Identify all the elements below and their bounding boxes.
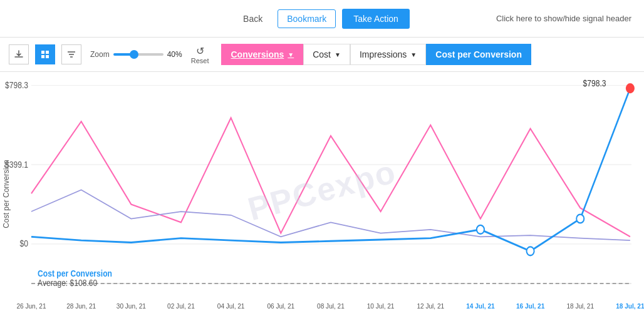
bookmark-button[interactable]: Bookmark — [278, 9, 336, 28]
metric-cost-per-conversion[interactable]: Cost per Conversion — [426, 44, 531, 65]
download-icon[interactable] — [9, 44, 29, 64]
svg-text:10 Jul, 21: 10 Jul, 21 — [367, 302, 395, 310]
svg-text:18 Jul, 21: 18 Jul, 21 — [616, 302, 644, 310]
end-dot — [626, 83, 635, 93]
metric-impressions[interactable]: Impressions ▼ — [350, 44, 426, 65]
datapoint-3 — [576, 215, 584, 223]
svg-text:16 Jul, 21: 16 Jul, 21 — [516, 302, 544, 310]
reset-button[interactable]: ↺ Reset — [191, 45, 209, 64]
chart-inner: $798.3 $399.1 $0 $798.3 Cost per Convers… — [31, 78, 638, 316]
header-center: Back Bookmark Take Action — [234, 9, 410, 29]
svg-rect-0 — [41, 51, 44, 54]
svg-text:$0: $0 — [20, 239, 28, 249]
svg-text:28 Jun, 21: 28 Jun, 21 — [66, 302, 96, 310]
svg-rect-1 — [46, 51, 49, 54]
conversions-line — [31, 118, 630, 237]
svg-text:06 Jul, 21: 06 Jul, 21 — [267, 302, 294, 310]
take-action-button[interactable]: Take Action — [342, 9, 410, 29]
svg-text:30 Jun, 21: 30 Jun, 21 — [117, 302, 146, 310]
header: Back Bookmark Take Action Click here to … — [0, 0, 644, 38]
signal-header-toggle[interactable]: Click here to show/hide signal header — [496, 14, 631, 23]
metric-impressions-label: Impressions — [360, 49, 407, 59]
reset-label: Reset — [191, 57, 209, 64]
svg-text:$798.3: $798.3 — [583, 78, 606, 88]
metric-cost-label: Cost — [313, 49, 331, 59]
svg-text:$798.3: $798.3 — [5, 80, 28, 90]
zoom-slider[interactable] — [113, 53, 164, 56]
metric-cost[interactable]: Cost ▼ — [303, 44, 350, 65]
svg-text:18 Jul, 21: 18 Jul, 21 — [566, 302, 594, 310]
toolbar: Zoom 40% ↺ Reset Conversions ▼ Cost ▼ Im… — [0, 38, 644, 72]
cost-line — [31, 190, 630, 240]
svg-text:$399.1: $399.1 — [5, 160, 28, 170]
conversions-dropdown-arrow: ▼ — [288, 51, 294, 58]
svg-rect-3 — [46, 55, 49, 58]
cost-per-conversion-line — [31, 88, 630, 251]
svg-text:26 Jun, 21: 26 Jun, 21 — [16, 302, 46, 310]
metrics-bar: Conversions ▼ Cost ▼ Impressions ▼ Cost … — [221, 44, 635, 65]
svg-text:12 Jul, 21: 12 Jul, 21 — [417, 302, 444, 310]
chart-container: Cost per Conversion PPCexpo $798.3 $399.… — [0, 72, 644, 316]
chart-svg: $798.3 $399.1 $0 $798.3 Cost per Convers… — [31, 78, 638, 316]
datapoint-1 — [477, 225, 484, 234]
filter-icon[interactable] — [61, 44, 81, 64]
svg-rect-2 — [41, 55, 44, 58]
back-button[interactable]: Back — [234, 10, 271, 28]
svg-text:Cost per Conversion: Cost per Conversion — [38, 268, 112, 278]
zoom-value: 40% — [167, 50, 182, 59]
cost-dropdown-arrow: ▼ — [335, 51, 341, 58]
zoom-control: Zoom 40% — [90, 50, 182, 59]
impressions-dropdown-arrow: ▼ — [410, 51, 417, 58]
svg-text:08 Jul, 21: 08 Jul, 21 — [317, 302, 345, 310]
metric-cpc-label: Cost per Conversion — [435, 49, 522, 59]
metric-conversions[interactable]: Conversions ▼ — [221, 44, 303, 65]
zoom-label: Zoom — [90, 50, 110, 59]
reset-icon: ↺ — [196, 45, 204, 57]
metric-conversions-label: Conversions — [231, 49, 284, 59]
svg-text:02 Jul, 21: 02 Jul, 21 — [167, 302, 195, 310]
svg-text:04 Jul, 21: 04 Jul, 21 — [217, 302, 245, 310]
grid-icon[interactable] — [35, 44, 55, 64]
svg-text:Average: $108.60: Average: $108.60 — [38, 278, 97, 288]
datapoint-2 — [527, 247, 534, 255]
svg-text:14 Jul, 21: 14 Jul, 21 — [466, 302, 494, 310]
y-axis-label: Cost per Conversion — [2, 160, 11, 228]
